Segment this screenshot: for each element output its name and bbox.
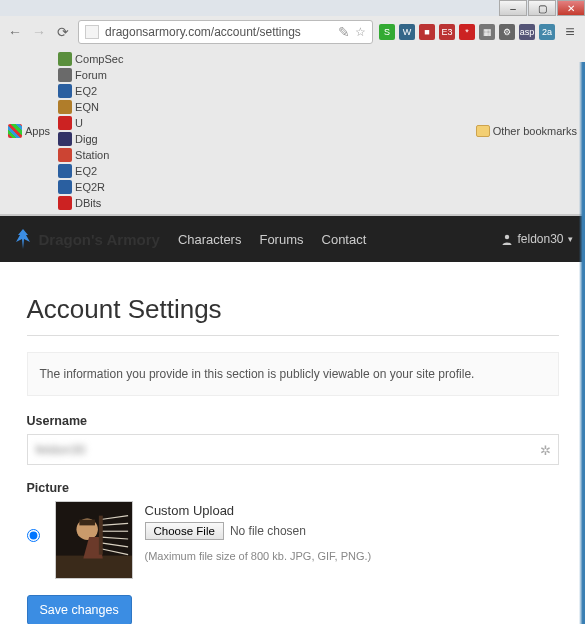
- extension-icon[interactable]: asp: [519, 24, 535, 40]
- upload-hint: (Maximum file size of 800 kb. JPG, GIF, …: [145, 550, 372, 562]
- caret-down-icon: ▾: [568, 234, 573, 244]
- svg-point-0: [505, 235, 509, 239]
- brand-icon: [13, 228, 33, 250]
- bookmark-icon: [58, 180, 72, 194]
- bookmark-item[interactable]: EQ2R: [56, 179, 125, 195]
- extension-icon[interactable]: E3: [439, 24, 455, 40]
- window-controls: – ▢ ✕: [0, 0, 585, 16]
- bookmark-icon: [58, 164, 72, 178]
- url-text: dragonsarmory.com/account/settings: [105, 25, 332, 39]
- choose-file-button[interactable]: Choose File: [145, 522, 224, 540]
- bookmark-icon: [58, 68, 72, 82]
- upload-title: Custom Upload: [145, 503, 372, 518]
- chrome-menu-icon[interactable]: ≡: [561, 23, 579, 41]
- clipper-icon[interactable]: ✎: [338, 24, 350, 40]
- folder-icon: [476, 125, 490, 137]
- public-notice: The information you provide in this sect…: [27, 352, 559, 396]
- extension-icon[interactable]: ⚙: [499, 24, 515, 40]
- nav-link[interactable]: Forums: [259, 232, 303, 247]
- bookmark-item[interactable]: DBits: [56, 195, 125, 211]
- page-icon: [85, 25, 99, 39]
- svg-rect-4: [79, 520, 95, 526]
- bookmark-item[interactable]: EQN: [56, 99, 125, 115]
- window-maximize[interactable]: ▢: [528, 0, 556, 16]
- back-icon[interactable]: ←: [6, 23, 24, 41]
- apps-icon: [8, 124, 22, 138]
- bookmark-icon: [58, 116, 72, 130]
- bookmark-icon: [58, 84, 72, 98]
- avatar: [55, 501, 133, 579]
- divider: [27, 335, 559, 336]
- site-navbar: Dragon's Armory CharactersForumsContact …: [0, 216, 585, 262]
- save-button[interactable]: Save changes: [27, 595, 132, 624]
- svg-rect-2: [56, 556, 132, 578]
- extension-icon[interactable]: 2a: [539, 24, 555, 40]
- star-icon[interactable]: ☆: [355, 25, 366, 39]
- picture-radio-custom[interactable]: [27, 529, 40, 542]
- file-status: No file chosen: [230, 524, 306, 538]
- browser-chrome: – ▢ ✕ ← → ⟳ dragonsarmory.com/account/se…: [0, 0, 585, 215]
- bookmark-item[interactable]: CompSec: [56, 51, 125, 67]
- nav-link[interactable]: Contact: [322, 232, 367, 247]
- page-title: Account Settings: [27, 294, 559, 325]
- forward-icon[interactable]: →: [30, 23, 48, 41]
- extension-icon[interactable]: ■: [419, 24, 435, 40]
- bookmark-icon: [58, 100, 72, 114]
- url-box[interactable]: dragonsarmory.com/account/settings ✎ ☆: [78, 20, 373, 44]
- user-icon: [501, 233, 513, 245]
- bookmark-icon: [58, 148, 72, 162]
- svg-rect-11: [98, 516, 102, 555]
- extension-icon[interactable]: *: [459, 24, 475, 40]
- bookmark-item[interactable]: EQ2: [56, 83, 125, 99]
- extension-icon[interactable]: ▦: [479, 24, 495, 40]
- window-close[interactable]: ✕: [557, 0, 585, 16]
- extension-icon[interactable]: W: [399, 24, 415, 40]
- nav-link[interactable]: Characters: [178, 232, 242, 247]
- bookmark-icon: [58, 52, 72, 66]
- username-input[interactable]: feldon30: [27, 434, 559, 465]
- bookmark-item[interactable]: U: [56, 115, 125, 131]
- other-bookmarks[interactable]: Other bookmarks: [474, 124, 579, 138]
- bookmark-icon: [58, 132, 72, 146]
- bookmark-item[interactable]: Forum: [56, 67, 125, 83]
- bookmarks-bar: Apps CompSecForumEQ2EQNUDiggStationEQ2EQ…: [0, 48, 585, 214]
- apps-button[interactable]: Apps: [6, 123, 52, 139]
- url-right-icons: ✎ ☆: [338, 24, 366, 40]
- window-minimize[interactable]: –: [499, 0, 527, 16]
- extension-icon[interactable]: S: [379, 24, 395, 40]
- bookmark-icon: [58, 196, 72, 210]
- brand-title[interactable]: Dragon's Armory: [39, 231, 160, 248]
- bookmark-item[interactable]: EQ2: [56, 163, 125, 179]
- user-menu-label: feldon30: [517, 232, 563, 246]
- reload-icon[interactable]: ⟳: [54, 23, 72, 41]
- bookmark-item[interactable]: Station: [56, 147, 125, 163]
- clear-input-icon[interactable]: ✲: [540, 442, 551, 457]
- user-menu[interactable]: feldon30 ▾: [501, 232, 572, 246]
- bookmark-item[interactable]: Digg: [56, 131, 125, 147]
- address-bar-row: ← → ⟳ dragonsarmory.com/account/settings…: [0, 16, 585, 48]
- extension-icons: SW■E3*▦⚙asp2a: [379, 24, 555, 40]
- page-viewport[interactable]: Dragon's Armory CharactersForumsContact …: [0, 215, 585, 624]
- picture-label: Picture: [27, 481, 559, 495]
- username-label: Username: [27, 414, 559, 428]
